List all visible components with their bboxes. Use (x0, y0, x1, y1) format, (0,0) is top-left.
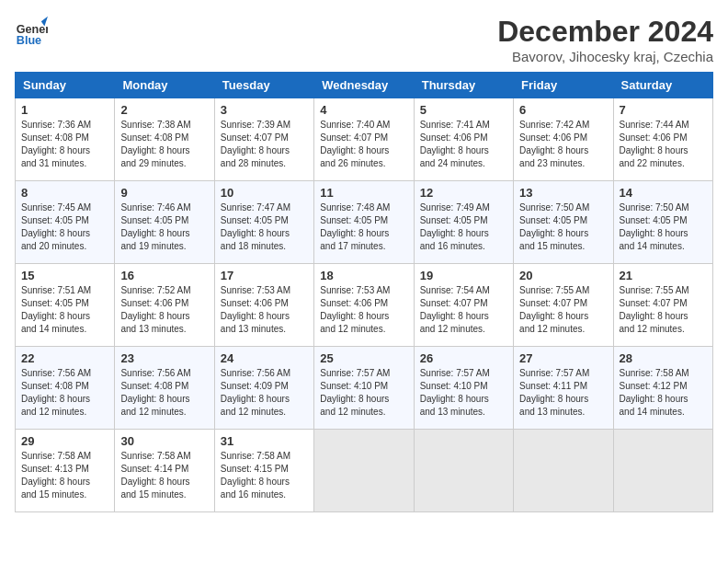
weekday-header-sunday: Sunday (16, 73, 115, 98)
day-number: 12 (420, 186, 507, 200)
day-info: Sunrise: 7:57 AM Sunset: 4:10 PM Dayligh… (320, 367, 407, 419)
day-info: Sunrise: 7:39 AM Sunset: 4:07 PM Dayligh… (221, 119, 308, 170)
day-number: 17 (221, 269, 308, 282)
logo-icon: General Blue (15, 15, 48, 48)
calendar-cell: 5Sunrise: 7:41 AM Sunset: 4:06 PM Daylig… (414, 98, 513, 181)
day-info: Sunrise: 7:46 AM Sunset: 4:05 PM Dayligh… (120, 201, 208, 253)
calendar-cell: 1Sunrise: 7:36 AM Sunset: 4:08 PM Daylig… (16, 98, 115, 181)
calendar-cell: 9Sunrise: 7:46 AM Sunset: 4:05 PM Daylig… (115, 181, 214, 264)
day-number: 11 (320, 186, 407, 200)
calendar-cell: 29Sunrise: 7:58 AM Sunset: 4:13 PM Dayli… (16, 430, 115, 512)
weekday-header-wednesday: Wednesday (314, 73, 414, 98)
day-info: Sunrise: 7:36 AM Sunset: 4:08 PM Dayligh… (21, 119, 108, 170)
day-info: Sunrise: 7:53 AM Sunset: 4:06 PM Dayligh… (221, 284, 308, 336)
calendar-cell: 20Sunrise: 7:55 AM Sunset: 4:07 PM Dayli… (514, 264, 613, 347)
day-info: Sunrise: 7:52 AM Sunset: 4:06 PM Dayligh… (120, 284, 208, 336)
day-number: 19 (420, 269, 507, 282)
week-row-5: 29Sunrise: 7:58 AM Sunset: 4:13 PM Dayli… (16, 430, 713, 512)
calendar-cell: 23Sunrise: 7:56 AM Sunset: 4:08 PM Dayli… (115, 347, 214, 430)
calendar-cell: 19Sunrise: 7:54 AM Sunset: 4:07 PM Dayli… (414, 264, 513, 347)
day-number: 8 (21, 186, 108, 200)
day-info: Sunrise: 7:38 AM Sunset: 4:08 PM Dayligh… (120, 119, 208, 170)
day-number: 1 (21, 103, 108, 117)
calendar-table: SundayMondayTuesdayWednesdayThursdayFrid… (15, 72, 713, 512)
weekday-header-thursday: Thursday (414, 73, 513, 98)
day-info: Sunrise: 7:50 AM Sunset: 4:05 PM Dayligh… (519, 201, 607, 253)
calendar-cell: 6Sunrise: 7:42 AM Sunset: 4:06 PM Daylig… (514, 98, 613, 181)
day-number: 7 (620, 103, 707, 117)
day-number: 24 (221, 351, 308, 365)
calendar-cell: 7Sunrise: 7:44 AM Sunset: 4:06 PM Daylig… (613, 98, 712, 181)
day-number: 27 (519, 351, 607, 365)
calendar-cell: 16Sunrise: 7:52 AM Sunset: 4:06 PM Dayli… (115, 264, 214, 347)
day-number: 16 (120, 269, 208, 282)
calendar-cell: 14Sunrise: 7:50 AM Sunset: 4:05 PM Dayli… (613, 181, 712, 264)
calendar-cell: 25Sunrise: 7:57 AM Sunset: 4:10 PM Dayli… (314, 347, 414, 430)
day-info: Sunrise: 7:41 AM Sunset: 4:06 PM Dayligh… (420, 119, 507, 170)
calendar-cell: 15Sunrise: 7:51 AM Sunset: 4:05 PM Dayli… (16, 264, 115, 347)
month-title: December 2024 (497, 15, 713, 49)
calendar-cell: 12Sunrise: 7:49 AM Sunset: 4:05 PM Dayli… (414, 181, 513, 264)
day-number: 28 (620, 351, 707, 365)
calendar-body: 1Sunrise: 7:36 AM Sunset: 4:08 PM Daylig… (16, 98, 713, 512)
day-number: 10 (221, 186, 308, 200)
calendar-cell (514, 430, 613, 512)
day-number: 29 (21, 434, 108, 448)
day-number: 26 (420, 351, 507, 365)
day-info: Sunrise: 7:57 AM Sunset: 4:10 PM Dayligh… (420, 367, 507, 419)
day-info: Sunrise: 7:47 AM Sunset: 4:05 PM Dayligh… (221, 201, 308, 253)
calendar-cell: 17Sunrise: 7:53 AM Sunset: 4:06 PM Dayli… (214, 264, 313, 347)
day-info: Sunrise: 7:50 AM Sunset: 4:05 PM Dayligh… (620, 201, 707, 253)
calendar-cell: 26Sunrise: 7:57 AM Sunset: 4:10 PM Dayli… (414, 347, 513, 430)
week-row-4: 22Sunrise: 7:56 AM Sunset: 4:08 PM Dayli… (16, 347, 713, 430)
header: General Blue December 2024 Bavorov, Jiho… (15, 15, 713, 64)
calendar-cell: 24Sunrise: 7:56 AM Sunset: 4:09 PM Dayli… (214, 347, 313, 430)
day-info: Sunrise: 7:56 AM Sunset: 4:08 PM Dayligh… (120, 367, 208, 419)
calendar-cell (414, 430, 513, 512)
calendar-cell: 28Sunrise: 7:58 AM Sunset: 4:12 PM Dayli… (613, 347, 712, 430)
day-info: Sunrise: 7:48 AM Sunset: 4:05 PM Dayligh… (320, 201, 407, 253)
day-number: 6 (519, 103, 607, 117)
day-info: Sunrise: 7:55 AM Sunset: 4:07 PM Dayligh… (519, 284, 607, 336)
day-info: Sunrise: 7:56 AM Sunset: 4:08 PM Dayligh… (21, 367, 108, 419)
day-number: 22 (21, 351, 108, 365)
day-number: 21 (620, 269, 707, 282)
logo: General Blue (15, 15, 48, 48)
calendar-cell: 31Sunrise: 7:58 AM Sunset: 4:15 PM Dayli… (214, 430, 313, 512)
day-info: Sunrise: 7:58 AM Sunset: 4:14 PM Dayligh… (120, 450, 208, 501)
day-info: Sunrise: 7:58 AM Sunset: 4:13 PM Dayligh… (21, 450, 108, 501)
day-info: Sunrise: 7:57 AM Sunset: 4:11 PM Dayligh… (519, 367, 607, 419)
calendar-cell: 10Sunrise: 7:47 AM Sunset: 4:05 PM Dayli… (214, 181, 313, 264)
day-number: 4 (320, 103, 407, 117)
day-info: Sunrise: 7:56 AM Sunset: 4:09 PM Dayligh… (221, 367, 308, 419)
day-info: Sunrise: 7:49 AM Sunset: 4:05 PM Dayligh… (420, 201, 507, 253)
day-info: Sunrise: 7:58 AM Sunset: 4:15 PM Dayligh… (221, 450, 308, 501)
day-number: 15 (21, 269, 108, 282)
day-number: 25 (320, 351, 407, 365)
calendar-cell (314, 430, 414, 512)
day-number: 20 (519, 269, 607, 282)
svg-text:Blue: Blue (17, 34, 41, 47)
weekday-header-monday: Monday (115, 73, 214, 98)
day-number: 3 (221, 103, 308, 117)
day-number: 31 (221, 434, 308, 448)
calendar-cell: 30Sunrise: 7:58 AM Sunset: 4:14 PM Dayli… (115, 430, 214, 512)
weekday-header-friday: Friday (514, 73, 613, 98)
week-row-3: 15Sunrise: 7:51 AM Sunset: 4:05 PM Dayli… (16, 264, 713, 347)
day-number: 14 (620, 186, 707, 200)
day-info: Sunrise: 7:54 AM Sunset: 4:07 PM Dayligh… (420, 284, 507, 336)
day-info: Sunrise: 7:58 AM Sunset: 4:12 PM Dayligh… (620, 367, 707, 419)
weekday-header-saturday: Saturday (613, 73, 712, 98)
day-info: Sunrise: 7:40 AM Sunset: 4:07 PM Dayligh… (320, 119, 407, 170)
calendar-cell (613, 430, 712, 512)
week-row-1: 1Sunrise: 7:36 AM Sunset: 4:08 PM Daylig… (16, 98, 713, 181)
day-number: 23 (120, 351, 208, 365)
calendar-cell: 18Sunrise: 7:53 AM Sunset: 4:06 PM Dayli… (314, 264, 414, 347)
calendar-cell: 8Sunrise: 7:45 AM Sunset: 4:05 PM Daylig… (16, 181, 115, 264)
calendar-cell: 3Sunrise: 7:39 AM Sunset: 4:07 PM Daylig… (214, 98, 313, 181)
day-number: 13 (519, 186, 607, 200)
title-block: December 2024 Bavorov, Jihocesky kraj, C… (497, 15, 713, 64)
day-info: Sunrise: 7:44 AM Sunset: 4:06 PM Dayligh… (620, 119, 707, 170)
calendar-cell: 4Sunrise: 7:40 AM Sunset: 4:07 PM Daylig… (314, 98, 414, 181)
calendar-cell: 2Sunrise: 7:38 AM Sunset: 4:08 PM Daylig… (115, 98, 214, 181)
